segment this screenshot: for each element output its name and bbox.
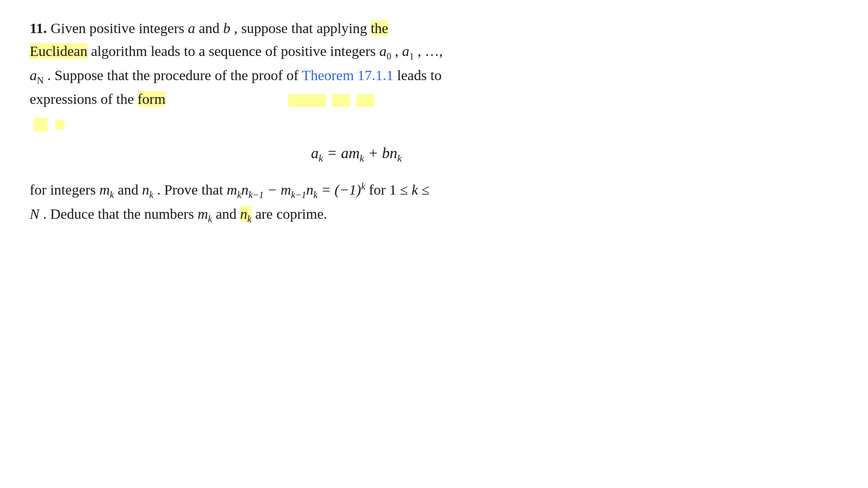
var-nk: nk <box>142 182 154 198</box>
text-given: Given positive integers <box>50 20 188 36</box>
sub-0: 0 <box>386 51 391 61</box>
var-N: N <box>30 206 39 222</box>
highlight-block2 <box>332 94 350 107</box>
var-a0: a <box>379 43 386 59</box>
theorem-link[interactable]: Theorem 17.1.1 <box>302 67 393 83</box>
text-and1: and <box>199 20 224 36</box>
comma1: , <box>395 43 402 59</box>
text-and3: and <box>216 206 241 222</box>
text-after-b: , suppose <box>234 20 291 36</box>
text-coprime: are coprime. <box>255 206 327 222</box>
highlight-euclidean: Euclidean <box>30 43 87 59</box>
comma2: , …, <box>417 43 443 59</box>
text-expressions: expressions of the <box>30 91 137 107</box>
problem-number: 11. <box>30 20 47 36</box>
problem-container: 11. Given positive integers a and b , su… <box>17 8 696 235</box>
highlight-form: form <box>137 91 165 107</box>
text-leads-to: leads to <box>397 67 442 83</box>
text-algorithm: algorithm leads to a sequence of positiv… <box>91 43 379 59</box>
sub-N: N <box>37 75 44 85</box>
equation: mknk−1 − mk−1nk = (−1)k <box>227 182 369 198</box>
problem-text: 11. Given positive integers a and b , su… <box>30 17 683 111</box>
var-b: b <box>223 20 230 36</box>
highlight-the: the <box>371 20 389 36</box>
var-aN: a <box>30 67 37 83</box>
var-mk: mk <box>99 182 114 198</box>
highlight-tiny-left <box>55 120 64 129</box>
text-prove: . Prove that <box>157 182 227 198</box>
formula: ak = amk + bnk <box>311 145 402 162</box>
highlight-block1 <box>288 94 326 107</box>
formula-container: ak = amk + bnk <box>30 142 683 166</box>
var-mk2: mk <box>198 206 212 222</box>
proof-text: for integers mk and nk . Prove that mknk… <box>30 178 683 226</box>
text-for-integers: for integers <box>30 182 99 198</box>
highlight-left-block <box>34 118 48 131</box>
text-and2: and <box>118 182 142 198</box>
text-suppose: . Suppose that the procedure of the proo… <box>47 67 302 83</box>
text-for: for 1 ≤ k ≤ <box>369 182 429 198</box>
text-that: that applying <box>291 20 371 36</box>
sub-1: 1 <box>409 51 414 61</box>
var-a1: a <box>402 43 409 59</box>
text-deduce: . Deduce that the numbers <box>43 206 197 222</box>
var-nk2: nk <box>240 206 252 222</box>
var-a: a <box>188 20 195 36</box>
highlight-block3 <box>356 94 374 107</box>
